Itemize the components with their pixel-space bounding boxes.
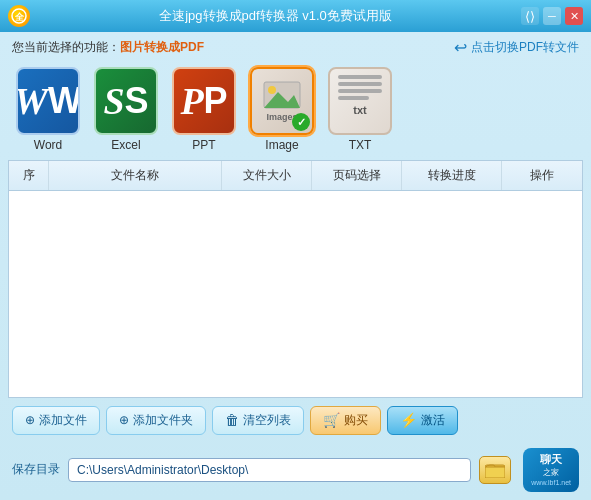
txt-icon-box: txt [328, 67, 392, 135]
brand-url: www.lbf1.net [531, 478, 571, 488]
titlebar: 全 全速jpg转换成pdf转换器 v1.0免费试用版 ⟨⟩ ─ ✕ [0, 0, 591, 32]
window-title: 全速jpg转换成pdf转换器 v1.0免费试用版 [30, 7, 521, 25]
main-content: 您当前选择的功能：图片转换成PDF ↩ 点击切换PDF转文件 W Word S … [0, 32, 591, 500]
txt-line-3 [338, 89, 382, 93]
clear-button[interactable]: 🗑 清空列表 [212, 406, 304, 435]
txt-label: TXT [349, 138, 372, 152]
window-controls: ⟨⟩ ─ ✕ [521, 7, 583, 25]
switch-arrow-icon: ↩ [454, 38, 467, 57]
col-filesize: 文件大小 [222, 161, 312, 190]
col-action: 操作 [502, 161, 582, 190]
buy-icon: 🛒 [323, 412, 340, 428]
close-button[interactable]: ✕ [565, 7, 583, 25]
add-file-icon: ⊕ [25, 413, 35, 427]
excel-label: Excel [111, 138, 140, 152]
table-body [9, 191, 582, 397]
excel-icon-box: S [94, 67, 158, 135]
switch-link-label[interactable]: 点击切换PDF转文件 [471, 39, 579, 56]
txt-line-1 [338, 75, 382, 79]
activate-label: 激活 [421, 412, 445, 429]
svg-point-3 [268, 86, 276, 94]
nav-icon[interactable]: ⟨⟩ [521, 7, 539, 25]
format-image[interactable]: ✓ Images Image [246, 67, 318, 152]
table-header: 序 文件名称 文件大小 页码选择 转换进度 操作 [9, 161, 582, 191]
word-label: Word [34, 138, 62, 152]
svg-text:全: 全 [15, 12, 25, 22]
txt-lines [338, 75, 382, 100]
branding-box: 聊天 之家 www.lbf1.net [523, 448, 579, 492]
format-ppt[interactable]: P PPT [168, 67, 240, 152]
col-seq: 序 [9, 161, 49, 190]
activate-icon: ⚡ [400, 412, 417, 428]
save-bar: 保存目录 C:\Users\Administrator\Desktop\ 聊天 … [0, 443, 591, 500]
format-excel[interactable]: S Excel [90, 67, 162, 152]
col-progress: 转换进度 [402, 161, 502, 190]
current-function-label: 您当前选择的功能：图片转换成PDF [12, 39, 204, 56]
txt-inner: txt [330, 69, 390, 133]
add-folder-icon: ⊕ [119, 413, 129, 427]
add-file-label: 添加文件 [39, 412, 87, 429]
add-folder-button[interactable]: ⊕ 添加文件夹 [106, 406, 206, 435]
function-prefix: 您当前选择的功能： [12, 40, 120, 54]
minimize-button[interactable]: ─ [543, 7, 561, 25]
format-txt[interactable]: txt TXT [324, 67, 396, 152]
function-name: 图片转换成PDF [120, 40, 204, 54]
brand-line2: 之家 [531, 467, 571, 478]
ppt-icon-box: P [172, 67, 236, 135]
file-table: 序 文件名称 文件大小 页码选择 转换进度 操作 [8, 160, 583, 398]
buy-button[interactable]: 🛒 购买 [310, 406, 381, 435]
app-logo: 全 [8, 5, 30, 27]
function-bar: 您当前选择的功能：图片转换成PDF ↩ 点击切换PDF转文件 [0, 32, 591, 63]
add-folder-label: 添加文件夹 [133, 412, 193, 429]
txt-line-4 [338, 96, 369, 100]
folder-icon [485, 462, 505, 478]
add-file-button[interactable]: ⊕ 添加文件 [12, 406, 100, 435]
activate-button[interactable]: ⚡ 激活 [387, 406, 458, 435]
svg-rect-7 [485, 467, 505, 478]
brand-line1: 聊天 [531, 452, 571, 467]
save-label: 保存目录 [12, 461, 60, 478]
image-svg-icon [262, 80, 302, 110]
image-label: Image [265, 138, 298, 152]
clear-label: 清空列表 [243, 412, 291, 429]
format-toolbar: W Word S Excel P PPT [0, 63, 591, 160]
action-toolbar: ⊕ 添加文件 ⊕ 添加文件夹 🗑 清空列表 🛒 购买 ⚡ 激活 [0, 398, 591, 443]
txt-text: txt [353, 104, 366, 116]
branding-area: 聊天 之家 www.lbf1.net [523, 448, 579, 492]
browse-folder-button[interactable] [479, 456, 511, 484]
clear-icon: 🗑 [225, 412, 239, 428]
image-icon-box: ✓ Images [250, 67, 314, 135]
col-filename: 文件名称 [49, 161, 222, 190]
word-icon-box: W [16, 67, 80, 135]
image-inner: ✓ Images [252, 69, 312, 133]
format-word[interactable]: W Word [12, 67, 84, 152]
col-page: 页码选择 [312, 161, 402, 190]
ppt-label: PPT [192, 138, 215, 152]
save-path-display: C:\Users\Administrator\Desktop\ [68, 458, 471, 482]
image-check-icon: ✓ [292, 113, 310, 131]
txt-line-2 [338, 82, 382, 86]
switch-link[interactable]: ↩ 点击切换PDF转文件 [454, 38, 579, 57]
buy-label: 购买 [344, 412, 368, 429]
